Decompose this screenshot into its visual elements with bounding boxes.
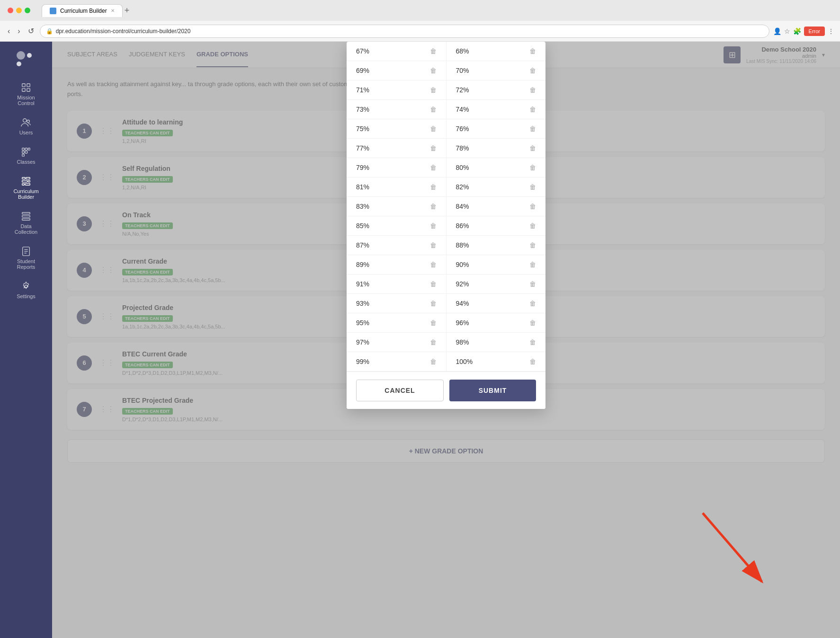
delete-grade-icon[interactable]: 🗑 <box>430 164 437 171</box>
delete-grade-icon[interactable]: 🗑 <box>529 358 536 365</box>
classes-icon <box>21 147 31 157</box>
submit-button[interactable]: SUBMIT <box>449 380 536 401</box>
extensions-icon[interactable]: 🧩 <box>793 27 801 35</box>
new-tab-button[interactable]: + <box>125 6 130 16</box>
grade-value-left: 85% <box>356 222 426 230</box>
delete-grade-icon[interactable]: 🗑 <box>529 222 536 230</box>
traffic-lights <box>8 8 30 13</box>
grade-row: 97% 🗑 98% 🗑 <box>347 333 545 352</box>
delete-grade-icon[interactable]: 🗑 <box>430 183 437 191</box>
delete-grade-icon[interactable]: 🗑 <box>430 280 437 288</box>
delete-grade-icon[interactable]: 🗑 <box>529 241 536 249</box>
delete-grade-icon[interactable]: 🗑 <box>430 222 437 230</box>
svg-rect-18 <box>22 213 30 214</box>
error-button[interactable]: Error <box>804 27 825 36</box>
svg-rect-15 <box>28 180 30 182</box>
lock-icon: 🔒 <box>46 28 53 35</box>
delete-grade-icon[interactable]: 🗑 <box>529 300 536 307</box>
delete-grade-icon[interactable]: 🗑 <box>529 164 536 171</box>
sidebar-item-student-reports[interactable]: Student Reports <box>5 241 47 275</box>
refresh-button[interactable]: ↺ <box>26 25 36 37</box>
grade-cell-right: 96% 🗑 <box>447 313 546 332</box>
grade-row: 95% 🗑 96% 🗑 <box>347 313 545 333</box>
grade-cell-left: 91% 🗑 <box>347 275 446 293</box>
delete-grade-icon[interactable]: 🗑 <box>430 67 437 74</box>
browser-toolbar: ‹ › ↺ 🔒 dpr.education/mission-control/cu… <box>0 21 840 42</box>
delete-grade-icon[interactable]: 🗑 <box>529 183 536 191</box>
delete-grade-icon[interactable]: 🗑 <box>529 144 536 152</box>
grade-value-right: 86% <box>456 222 526 230</box>
delete-grade-icon[interactable]: 🗑 <box>430 125 437 133</box>
app-logo <box>17 49 36 68</box>
grade-cell-right: 90% 🗑 <box>447 255 546 274</box>
menu-icon[interactable]: ⋮ <box>828 27 834 35</box>
delete-grade-icon[interactable]: 🗑 <box>430 203 437 210</box>
grade-row: 73% 🗑 74% 🗑 <box>347 100 545 119</box>
delete-grade-icon[interactable]: 🗑 <box>430 86 437 94</box>
back-button[interactable]: ‹ <box>6 25 12 37</box>
grade-cell-right: 92% 🗑 <box>447 275 546 293</box>
sidebar-item-data-collection[interactable]: Data Collection <box>5 206 47 239</box>
delete-grade-icon[interactable]: 🗑 <box>430 106 437 113</box>
grade-cell-right: 74% 🗑 <box>447 100 546 119</box>
sidebar-label-student-reports: Student Reports <box>9 258 44 270</box>
delete-grade-icon[interactable]: 🗑 <box>430 300 437 307</box>
modal-body[interactable]: 67% 🗑 68% 🗑 69% 🗑 70% 🗑 71% 🗑 <box>347 42 545 372</box>
grade-row: 71% 🗑 72% 🗑 <box>347 80 545 100</box>
delete-grade-icon[interactable]: 🗑 <box>529 203 536 210</box>
grade-value-left: 69% <box>356 67 426 74</box>
delete-grade-icon[interactable]: 🗑 <box>529 261 536 268</box>
delete-grade-icon[interactable]: 🗑 <box>529 319 536 327</box>
svg-rect-7 <box>25 148 27 151</box>
delete-grade-icon[interactable]: 🗑 <box>529 338 536 346</box>
close-button[interactable] <box>8 8 13 13</box>
sidebar-item-classes[interactable]: Classes <box>5 142 47 169</box>
grade-value-left: 93% <box>356 300 426 307</box>
delete-grade-icon[interactable]: 🗑 <box>529 47 536 55</box>
grade-row: 91% 🗑 92% 🗑 <box>347 275 545 294</box>
delete-grade-icon[interactable]: 🗑 <box>430 47 437 55</box>
grade-cell-left: 73% 🗑 <box>347 100 446 119</box>
cancel-button[interactable]: CANCEL <box>356 380 444 401</box>
minimize-button[interactable] <box>16 8 22 13</box>
delete-grade-icon[interactable]: 🗑 <box>529 106 536 113</box>
sidebar-item-mission-control[interactable]: Mission Control <box>5 78 47 111</box>
grade-cell-left: 89% 🗑 <box>347 255 446 274</box>
profile-icon[interactable]: 👤 <box>773 27 781 35</box>
grade-value-right: 94% <box>456 300 526 307</box>
address-bar[interactable]: 🔒 dpr.education/mission-control/curricul… <box>40 25 769 38</box>
url-text: dpr.education/mission-control/curriculum… <box>56 28 191 35</box>
delete-grade-icon[interactable]: 🗑 <box>529 280 536 288</box>
delete-grade-icon[interactable]: 🗑 <box>529 67 536 74</box>
grade-cell-left: 67% 🗑 <box>347 42 446 61</box>
grade-cell-left: 79% 🗑 <box>347 158 446 177</box>
grade-value-left: 99% <box>356 358 426 365</box>
delete-grade-icon[interactable]: 🗑 <box>430 358 437 365</box>
sidebar-label-classes: Classes <box>17 159 35 165</box>
delete-grade-icon[interactable]: 🗑 <box>430 144 437 152</box>
active-tab[interactable]: Curriculum Builder ✕ <box>42 4 123 17</box>
delete-grade-icon[interactable]: 🗑 <box>430 241 437 249</box>
delete-grade-icon[interactable]: 🗑 <box>430 261 437 268</box>
sidebar-item-settings[interactable]: Settings <box>5 276 47 304</box>
grade-cell-left: 77% 🗑 <box>347 139 446 158</box>
bookmark-icon[interactable]: ☆ <box>784 27 790 35</box>
data-collection-icon <box>21 211 31 222</box>
maximize-button[interactable] <box>25 8 30 13</box>
svg-rect-11 <box>22 154 25 157</box>
delete-grade-icon[interactable]: 🗑 <box>529 86 536 94</box>
sidebar: Mission Control Users Classes Curriculum… <box>0 42 52 638</box>
delete-grade-icon[interactable]: 🗑 <box>430 338 437 346</box>
sidebar-label-mission-control: Mission Control <box>9 95 44 106</box>
mission-control-icon <box>21 82 31 93</box>
sidebar-label-settings: Settings <box>17 293 36 299</box>
forward-button[interactable]: › <box>16 25 22 37</box>
grade-value-right: 82% <box>456 183 526 191</box>
tab-close-icon[interactable]: ✕ <box>111 8 115 13</box>
tab-favicon <box>50 8 56 14</box>
delete-grade-icon[interactable]: 🗑 <box>430 319 437 327</box>
sidebar-item-users[interactable]: Users <box>5 113 47 140</box>
delete-grade-icon[interactable]: 🗑 <box>529 125 536 133</box>
sidebar-item-curriculum-builder[interactable]: Curriculum Builder <box>5 171 47 204</box>
grade-value-right: 78% <box>456 144 526 152</box>
